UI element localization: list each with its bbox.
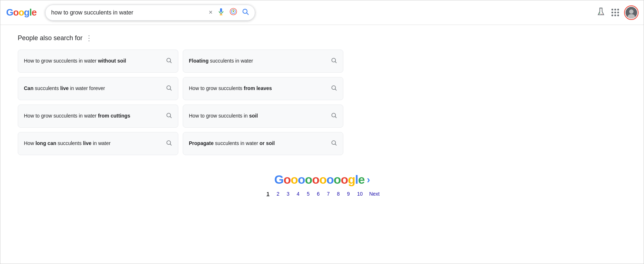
more-options-icon[interactable]: ⋮ <box>85 34 93 42</box>
page-9[interactable]: 9 <box>345 190 352 198</box>
page-2[interactable]: 2 <box>275 190 282 198</box>
svg-line-21 <box>170 116 171 118</box>
page-4[interactable]: 4 <box>295 190 302 198</box>
logo-e: e <box>31 7 36 18</box>
card-4-text: How to grow succulents from leaves <box>189 85 331 92</box>
svg-line-13 <box>170 61 171 63</box>
pag-logo-e: e <box>358 173 365 187</box>
logo-g: G <box>6 7 13 18</box>
svg-line-25 <box>170 144 171 145</box>
next-link[interactable]: Next <box>369 191 380 197</box>
card-1-text: How to grow succulents in water without … <box>24 58 166 65</box>
card-1[interactable]: How to grow succulents in water without … <box>18 50 178 73</box>
search-bar-icons: × <box>209 8 249 17</box>
main-content: People also search for ⋮ How to grow suc… <box>0 25 644 210</box>
card-3-search-icon[interactable] <box>166 85 172 93</box>
pag-logo-o9: o <box>341 173 348 187</box>
page-3[interactable]: 3 <box>284 190 292 198</box>
pag-logo-o5: o <box>312 173 319 187</box>
page-1[interactable]: 1 <box>264 190 272 198</box>
pag-logo-g2: g <box>348 173 355 187</box>
svg-point-7 <box>599 13 600 14</box>
svg-point-8 <box>601 13 602 14</box>
svg-point-10 <box>629 9 634 14</box>
pag-logo-o6: o <box>319 173 326 187</box>
card-6-search-icon[interactable] <box>331 112 337 120</box>
pagination-logo: Gooooooooogle › <box>274 173 370 187</box>
page-5[interactable]: 5 <box>305 190 312 198</box>
section-header: People also search for ⋮ <box>18 34 626 42</box>
header: Google × <box>0 0 644 25</box>
clear-icon[interactable]: × <box>209 9 213 16</box>
card-5[interactable]: How to grow succulents in water from cut… <box>18 105 178 128</box>
lens-icon[interactable] <box>229 8 237 17</box>
pagination-arrow[interactable]: › <box>367 174 370 186</box>
search-bar[interactable]: × <box>45 5 255 21</box>
pag-logo-o2: o <box>291 173 298 187</box>
search-submit-icon[interactable] <box>242 8 249 17</box>
card-2-text: Floating succulents in water <box>189 58 331 65</box>
card-3-text: Can succulents live in water forever <box>24 85 166 92</box>
header-right <box>596 6 638 19</box>
pagination-area: Gooooooooogle › 1 2 3 4 5 6 7 8 9 10 Nex… <box>18 173 626 198</box>
logo-o1: o <box>13 7 18 18</box>
card-6[interactable]: How to grow succulents in soil <box>183 105 343 128</box>
pagination-numbers: 1 2 3 4 5 6 7 8 9 10 Next <box>264 190 380 198</box>
card-8-text: Propagate succulents in water or soil <box>189 140 331 147</box>
logo-o2: o <box>18 7 24 18</box>
labs-icon[interactable] <box>596 7 606 18</box>
pag-logo-o7: o <box>326 173 334 187</box>
page-8[interactable]: 8 <box>335 190 342 198</box>
pag-logo-l: l <box>355 173 358 187</box>
card-6-text: How to grow succulents in soil <box>189 112 331 120</box>
google-logo: Google <box>6 7 37 18</box>
avatar[interactable] <box>625 6 638 19</box>
card-8-search-icon[interactable] <box>331 140 337 148</box>
card-7[interactable]: How long can succulents live in water <box>18 132 178 155</box>
pag-logo-o1: o <box>283 173 291 187</box>
card-5-text: How to grow succulents in water from cut… <box>24 112 166 120</box>
logo-g2: g <box>24 7 29 18</box>
card-2-search-icon[interactable] <box>331 57 337 65</box>
cards-grid: How to grow succulents in water without … <box>18 50 343 155</box>
svg-line-17 <box>170 89 171 90</box>
mic-icon[interactable] <box>217 8 225 17</box>
card-8[interactable]: Propagate succulents in water or soil <box>183 132 343 155</box>
pag-logo-o4: o <box>305 173 312 187</box>
svg-line-6 <box>246 13 248 15</box>
apps-icon[interactable] <box>611 9 619 16</box>
svg-line-27 <box>335 144 336 145</box>
page-10[interactable]: 10 <box>355 190 365 198</box>
section-title: People also search for <box>18 34 82 42</box>
pag-logo-g: G <box>274 173 283 187</box>
pag-logo-o3: o <box>298 173 305 187</box>
card-4[interactable]: How to grow succulents from leaves <box>183 77 343 100</box>
page-7[interactable]: 7 <box>325 190 332 198</box>
card-1-search-icon[interactable] <box>166 57 172 65</box>
pag-logo-o8: o <box>334 173 341 187</box>
card-5-search-icon[interactable] <box>166 112 172 120</box>
page-6[interactable]: 6 <box>315 190 322 198</box>
svg-line-15 <box>335 61 336 63</box>
card-4-search-icon[interactable] <box>331 85 337 93</box>
svg-line-23 <box>335 116 336 118</box>
card-7-search-icon[interactable] <box>166 140 172 148</box>
search-input[interactable] <box>51 9 206 16</box>
card-2[interactable]: Floating succulents in water <box>183 50 343 73</box>
card-7-text: How long can succulents live in water <box>24 140 166 147</box>
svg-line-19 <box>335 89 336 90</box>
card-3[interactable]: Can succulents live in water forever <box>18 77 178 100</box>
